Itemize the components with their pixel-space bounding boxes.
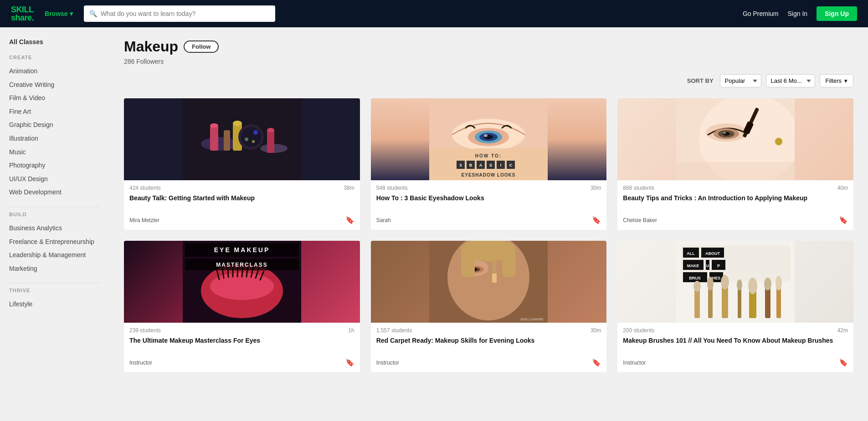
sidebar-item-marketing[interactable]: Marketing	[9, 262, 100, 276]
course-title: Red Carpet Ready: Makeup Skills for Even…	[376, 336, 601, 354]
sidebar-item-creative-writing[interactable]: Creative Writing	[9, 78, 100, 92]
bookmark-icon[interactable]: 🔖	[839, 358, 848, 367]
course-title: The Ultimate Makeup Masterclass For Eyes	[129, 336, 354, 354]
sidebar-item-lifestyle[interactable]: Lifestyle	[9, 298, 100, 311]
svg-point-14	[267, 128, 274, 132]
sidebar-item-film-video[interactable]: Film & Video	[9, 91, 100, 105]
search-icon: 🔍	[89, 10, 97, 17]
go-premium-button[interactable]: Go Premium	[743, 10, 779, 17]
course-duration: 42m	[837, 327, 848, 334]
sidebar-all-classes[interactable]: All Classes	[9, 38, 100, 46]
svg-point-3	[210, 123, 218, 128]
sidebar-item-music[interactable]: Music	[9, 146, 100, 159]
course-card[interactable]: ALL ABOUT MAKE U P BRUS	[617, 241, 853, 372]
course-card[interactable]: EYE MAKEUP MASTERCLASS 239 students 1h T…	[124, 241, 360, 372]
course-author: Chelsie Baker	[623, 217, 657, 223]
content-area: Makeup Follow 286 Followers SORT BY Popu…	[109, 27, 868, 421]
course-duration: 30m	[591, 185, 601, 191]
course-duration: 30m	[591, 327, 601, 334]
course-meta: 424 students 38m	[129, 185, 354, 191]
sidebar-item-freelance[interactable]: Freelance & Entrepreneurship	[9, 235, 100, 249]
search-bar: 🔍	[84, 5, 275, 22]
course-thumbnail	[124, 98, 360, 180]
thumb-illustration	[183, 98, 301, 180]
date-select[interactable]: Last 6 Mo... All Time This Month	[766, 74, 815, 87]
course-title: How To : 3 Basic Eyeshadow Looks	[376, 194, 601, 211]
sidebar-item-business-analytics[interactable]: Business Analytics	[9, 222, 100, 235]
svg-rect-2	[210, 126, 218, 151]
sort-bar: SORT BY Popular Recent Trending Last 6 M…	[124, 74, 853, 87]
course-students: 239 students	[129, 327, 161, 334]
navbar: SKILL share. Browse ▾ 🔍 Go Premium Sign …	[0, 0, 868, 27]
course-body: 200 students 42m Makeup Brushes 101 // A…	[617, 323, 853, 372]
course-body: 239 students 1h The Ultimate Makeup Mast…	[124, 323, 360, 372]
bookmark-icon[interactable]: 🔖	[592, 358, 601, 367]
sidebar-item-animation[interactable]: Animation	[9, 65, 100, 78]
svg-point-1	[201, 137, 237, 151]
sidebar: All Classes CREATE Animation Creative Wr…	[0, 27, 109, 421]
bookmark-icon[interactable]: 🔖	[345, 358, 354, 367]
svg-rect-47	[676, 162, 795, 180]
svg-text:EYE MAKEUP: EYE MAKEUP	[214, 246, 270, 254]
course-duration: 40m	[837, 185, 848, 191]
sort-by-label: SORT BY	[687, 77, 714, 84]
course-card[interactable]: 866 students 40m Beauty Tips and Tricks …	[617, 98, 853, 230]
sidebar-item-ui-ux[interactable]: UI/UX Design	[9, 172, 100, 186]
svg-rect-4	[224, 130, 230, 151]
sidebar-item-illustration[interactable]: Illustration	[9, 132, 100, 146]
course-students: 424 students	[129, 185, 161, 191]
sidebar-section-build: BUILD	[9, 212, 100, 217]
sort-select[interactable]: Popular Recent Trending	[720, 74, 761, 87]
followers-count: 286 Followers	[124, 58, 853, 65]
logo: SKILL share.	[11, 5, 34, 22]
course-footer: Sarah 🔖	[376, 216, 601, 224]
svg-text:P: P	[717, 264, 720, 268]
course-title: Makeup Brushes 101 // All You Need To Kn…	[623, 336, 848, 354]
course-footer: Chelsie Baker 🔖	[623, 216, 848, 224]
svg-text:B: B	[469, 163, 473, 167]
course-duration: 38m	[344, 185, 354, 191]
sidebar-item-photography[interactable]: Photography	[9, 159, 100, 172]
course-duration: 1h	[348, 327, 354, 334]
bookmark-icon[interactable]: 🔖	[345, 216, 354, 224]
course-footer: Instructor 🔖	[623, 358, 848, 367]
svg-text:C: C	[509, 163, 513, 167]
thumb-illustration: EYE MAKEUP MASTERCLASS	[183, 241, 301, 323]
sidebar-item-web-dev[interactable]: Web Development	[9, 186, 100, 199]
course-body: 424 students 38m Beauty Talk: Getting St…	[124, 180, 360, 230]
course-thumbnail: EYE MAKEUP MASTERCLASS	[124, 241, 360, 323]
chevron-down-icon: ▾	[844, 77, 847, 84]
follow-button[interactable]: Follow	[184, 41, 219, 53]
bookmark-icon[interactable]: 🔖	[839, 216, 848, 224]
svg-rect-75	[502, 250, 516, 277]
svg-text:SKILLSHARE: SKILLSHARE	[520, 317, 544, 321]
svg-point-102	[748, 278, 757, 294]
sidebar-item-fine-art[interactable]: Fine Art	[9, 105, 100, 119]
search-input[interactable]	[101, 10, 270, 17]
main-wrapper: All Classes CREATE Animation Creative Wr…	[0, 0, 868, 421]
svg-point-96	[707, 277, 714, 290]
svg-point-46	[775, 138, 782, 145]
course-author: Sarah	[376, 217, 391, 223]
course-meta: 866 students 40m	[623, 185, 848, 191]
bookmark-icon[interactable]: 🔖	[592, 216, 601, 224]
course-card[interactable]: SKILLSHARE 1,557 students 30m Red Carpet…	[371, 241, 607, 372]
sign-up-button[interactable]: Sign Up	[817, 6, 857, 21]
course-card[interactable]: 424 students 38m Beauty Talk: Getting St…	[124, 98, 360, 230]
course-card[interactable]: HOW TO: 3 B A S I C EYESHADOW LOOKS	[371, 98, 607, 230]
svg-text:MASTERCLASS: MASTERCLASS	[216, 262, 267, 268]
sidebar-item-leadership[interactable]: Leadership & Management	[9, 249, 100, 262]
svg-point-21	[484, 134, 488, 137]
course-meta: 200 students 42m	[623, 327, 848, 334]
sign-in-button[interactable]: Sign In	[788, 10, 808, 17]
svg-point-94	[693, 281, 701, 292]
svg-point-9	[253, 130, 258, 135]
filters-button[interactable]: Filters ▾	[820, 74, 853, 87]
svg-rect-13	[267, 130, 274, 153]
sidebar-item-graphic-design[interactable]: Graphic Design	[9, 118, 100, 132]
svg-rect-72	[492, 274, 497, 283]
course-author: Instructor	[376, 360, 399, 366]
nav-right: Go Premium Sign In Sign Up	[743, 6, 857, 21]
svg-text:U: U	[706, 264, 709, 268]
browse-button[interactable]: Browse ▾	[41, 7, 77, 20]
